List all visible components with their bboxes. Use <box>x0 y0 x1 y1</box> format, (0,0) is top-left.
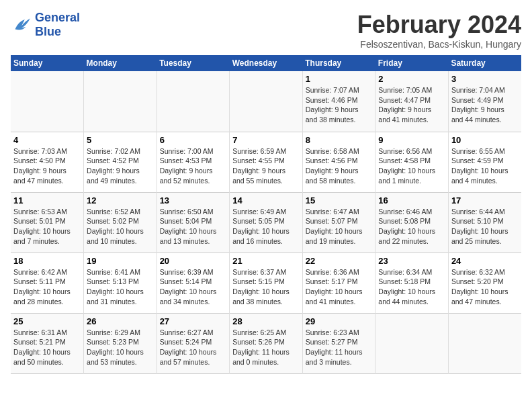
calendar-cell: 20Sunrise: 6:39 AM Sunset: 5:14 PM Dayli… <box>157 253 230 313</box>
logo: General Blue <box>11 11 80 39</box>
column-header-sunday: Sunday <box>11 55 84 71</box>
page-header: General Blue February 2024 Felsoszentiva… <box>11 11 521 50</box>
calendar-cell: 14Sunrise: 6:49 AM Sunset: 5:05 PM Dayli… <box>230 192 303 253</box>
day-info: Sunrise: 7:02 AM Sunset: 4:52 PM Dayligh… <box>87 146 154 186</box>
calendar-cell: 13Sunrise: 6:50 AM Sunset: 5:04 PM Dayli… <box>157 192 230 253</box>
calendar-cell: 6Sunrise: 7:00 AM Sunset: 4:53 PM Daylig… <box>157 132 230 192</box>
column-header-saturday: Saturday <box>448 55 521 71</box>
calendar-cell <box>375 313 449 373</box>
calendar-cell: 7Sunrise: 6:59 AM Sunset: 4:55 PM Daylig… <box>230 132 303 192</box>
calendar-cell: 2Sunrise: 7:05 AM Sunset: 4:47 PM Daylig… <box>375 71 449 132</box>
day-info: Sunrise: 6:39 AM Sunset: 5:14 PM Dayligh… <box>160 267 227 307</box>
calendar-cell: 26Sunrise: 6:29 AM Sunset: 5:23 PM Dayli… <box>84 313 157 373</box>
calendar-cell: 22Sunrise: 6:36 AM Sunset: 5:17 PM Dayli… <box>302 253 375 313</box>
calendar-cell: 23Sunrise: 6:34 AM Sunset: 5:18 PM Dayli… <box>375 253 449 313</box>
calendar-cell: 4Sunrise: 7:03 AM Sunset: 4:50 PM Daylig… <box>11 132 84 192</box>
calendar-cell: 10Sunrise: 6:55 AM Sunset: 4:59 PM Dayli… <box>448 132 521 192</box>
day-info: Sunrise: 6:46 AM Sunset: 5:08 PM Dayligh… <box>378 207 445 246</box>
day-number: 17 <box>451 195 519 205</box>
day-info: Sunrise: 6:44 AM Sunset: 5:10 PM Dayligh… <box>451 207 519 246</box>
calendar-cell <box>84 71 157 132</box>
calendar-cell: 5Sunrise: 7:02 AM Sunset: 4:52 PM Daylig… <box>84 132 157 192</box>
calendar-cell <box>157 71 230 132</box>
calendar-cell: 15Sunrise: 6:47 AM Sunset: 5:07 PM Dayli… <box>302 192 375 253</box>
day-number: 29 <box>306 316 373 326</box>
day-info: Sunrise: 7:03 AM Sunset: 4:50 PM Dayligh… <box>13 146 81 186</box>
day-number: 9 <box>378 135 445 145</box>
day-number: 16 <box>378 195 445 205</box>
calendar-cell: 21Sunrise: 6:37 AM Sunset: 5:15 PM Dayli… <box>230 253 303 313</box>
calendar-table: SundayMondayTuesdayWednesdayThursdayFrid… <box>11 55 521 374</box>
day-info: Sunrise: 6:25 AM Sunset: 5:26 PM Dayligh… <box>232 328 300 367</box>
day-number: 7 <box>232 135 300 145</box>
day-number: 20 <box>160 256 227 266</box>
calendar-cell: 17Sunrise: 6:44 AM Sunset: 5:10 PM Dayli… <box>448 192 521 253</box>
week-row-4: 18Sunrise: 6:42 AM Sunset: 5:11 PM Dayli… <box>11 253 521 313</box>
day-info: Sunrise: 6:34 AM Sunset: 5:18 PM Dayligh… <box>378 267 445 307</box>
calendar-cell <box>11 71 84 132</box>
day-info: Sunrise: 6:52 AM Sunset: 5:02 PM Dayligh… <box>87 207 154 246</box>
calendar-cell: 12Sunrise: 6:52 AM Sunset: 5:02 PM Dayli… <box>84 192 157 253</box>
column-header-wednesday: Wednesday <box>230 55 303 71</box>
day-number: 4 <box>13 135 81 145</box>
location: Felsoszentivan, Bacs-Kiskun, Hungary <box>357 39 521 50</box>
logo-icon <box>11 14 32 36</box>
day-number: 21 <box>232 256 300 266</box>
day-number: 13 <box>160 195 227 205</box>
day-number: 23 <box>378 256 445 266</box>
week-row-5: 25Sunrise: 6:31 AM Sunset: 5:21 PM Dayli… <box>11 313 521 373</box>
day-number: 6 <box>160 135 227 145</box>
day-number: 3 <box>451 74 519 84</box>
calendar-cell: 16Sunrise: 6:46 AM Sunset: 5:08 PM Dayli… <box>375 192 449 253</box>
day-info: Sunrise: 6:49 AM Sunset: 5:05 PM Dayligh… <box>232 207 300 246</box>
day-info: Sunrise: 6:41 AM Sunset: 5:13 PM Dayligh… <box>87 267 154 307</box>
day-number: 1 <box>306 74 373 84</box>
day-number: 14 <box>232 195 300 205</box>
calendar-cell: 9Sunrise: 6:56 AM Sunset: 4:58 PM Daylig… <box>375 132 449 192</box>
calendar-cell: 3Sunrise: 7:04 AM Sunset: 4:49 PM Daylig… <box>448 71 521 132</box>
day-number: 22 <box>306 256 373 266</box>
calendar-cell: 8Sunrise: 6:58 AM Sunset: 4:56 PM Daylig… <box>302 132 375 192</box>
day-number: 24 <box>451 256 519 266</box>
calendar-cell: 28Sunrise: 6:25 AM Sunset: 5:26 PM Dayli… <box>230 313 303 373</box>
calendar-cell: 27Sunrise: 6:27 AM Sunset: 5:24 PM Dayli… <box>157 313 230 373</box>
day-number: 5 <box>87 135 154 145</box>
day-number: 26 <box>87 316 154 326</box>
day-info: Sunrise: 6:36 AM Sunset: 5:17 PM Dayligh… <box>306 267 373 307</box>
column-header-tuesday: Tuesday <box>157 55 230 71</box>
calendar-cell <box>448 313 521 373</box>
day-info: Sunrise: 7:04 AM Sunset: 4:49 PM Dayligh… <box>451 85 519 125</box>
day-info: Sunrise: 6:42 AM Sunset: 5:11 PM Dayligh… <box>13 267 81 307</box>
month-title: February 2024 <box>357 11 521 39</box>
day-info: Sunrise: 6:50 AM Sunset: 5:04 PM Dayligh… <box>160 207 227 246</box>
day-info: Sunrise: 6:27 AM Sunset: 5:24 PM Dayligh… <box>160 328 227 367</box>
week-row-1: 1Sunrise: 7:07 AM Sunset: 4:46 PM Daylig… <box>11 71 521 132</box>
day-info: Sunrise: 6:31 AM Sunset: 5:21 PM Dayligh… <box>13 328 81 367</box>
day-info: Sunrise: 7:05 AM Sunset: 4:47 PM Dayligh… <box>378 85 445 125</box>
day-info: Sunrise: 6:56 AM Sunset: 4:58 PM Dayligh… <box>378 146 445 186</box>
day-number: 27 <box>160 316 227 326</box>
day-number: 19 <box>87 256 154 266</box>
day-number: 8 <box>306 135 373 145</box>
calendar-cell <box>230 71 303 132</box>
day-info: Sunrise: 7:00 AM Sunset: 4:53 PM Dayligh… <box>160 146 227 186</box>
calendar-cell: 19Sunrise: 6:41 AM Sunset: 5:13 PM Dayli… <box>84 253 157 313</box>
day-info: Sunrise: 6:47 AM Sunset: 5:07 PM Dayligh… <box>306 207 373 246</box>
day-number: 18 <box>13 256 81 266</box>
day-number: 10 <box>451 135 519 145</box>
calendar-cell: 24Sunrise: 6:32 AM Sunset: 5:20 PM Dayli… <box>448 253 521 313</box>
day-info: Sunrise: 6:37 AM Sunset: 5:15 PM Dayligh… <box>232 267 300 307</box>
day-number: 25 <box>13 316 81 326</box>
day-number: 11 <box>13 195 81 205</box>
day-info: Sunrise: 6:32 AM Sunset: 5:20 PM Dayligh… <box>451 267 519 307</box>
calendar-header-row: SundayMondayTuesdayWednesdayThursdayFrid… <box>11 55 521 71</box>
column-header-friday: Friday <box>375 55 449 71</box>
day-info: Sunrise: 6:29 AM Sunset: 5:23 PM Dayligh… <box>87 328 154 367</box>
day-info: Sunrise: 6:53 AM Sunset: 5:01 PM Dayligh… <box>13 207 81 246</box>
calendar-cell: 18Sunrise: 6:42 AM Sunset: 5:11 PM Dayli… <box>11 253 84 313</box>
week-row-3: 11Sunrise: 6:53 AM Sunset: 5:01 PM Dayli… <box>11 192 521 253</box>
day-number: 12 <box>87 195 154 205</box>
day-info: Sunrise: 6:55 AM Sunset: 4:59 PM Dayligh… <box>451 146 519 186</box>
day-info: Sunrise: 6:23 AM Sunset: 5:27 PM Dayligh… <box>306 328 373 367</box>
day-number: 2 <box>378 74 445 84</box>
